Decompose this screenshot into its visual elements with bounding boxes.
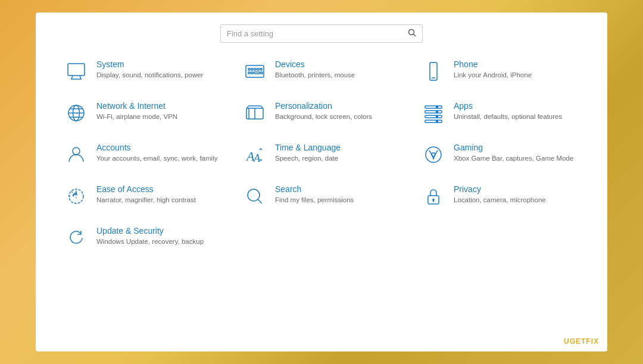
setting-title-gaming: Gaming (454, 143, 573, 152)
setting-desc-search: Find my files, permissions (275, 195, 354, 205)
setting-desc-devices: Bluetooth, printers, mouse (275, 70, 355, 80)
setting-title-time: Time & Language (275, 143, 341, 152)
setting-desc-phone: Link your Android, iPhone (454, 70, 532, 80)
setting-item-time[interactable]: AATime & LanguageSpeech, region, date (238, 137, 405, 172)
setting-item-privacy[interactable]: PrivacyLocation, camera, microphone (417, 178, 583, 214)
setting-desc-accounts: Your accounts, email, sync, work, family (96, 153, 217, 163)
update-icon (64, 226, 88, 250)
xbox-icon (422, 143, 445, 167)
svg-rect-14 (254, 72, 260, 74)
setting-title-phone: Phone (454, 59, 532, 69)
person-icon (64, 143, 88, 167)
svg-line-4 (80, 76, 81, 79)
setting-desc-update: Windows Update, recovery, backup (96, 237, 204, 246)
setting-item-system[interactable]: SystemDisplay, sound, notifications, pow… (60, 54, 226, 89)
setting-item-accounts[interactable]: AccountsYour accounts, email, sync, work… (60, 137, 226, 172)
svg-text:A: A (253, 152, 261, 164)
setting-item-network[interactable]: Network & InternetWi-Fi, airplane mode, … (60, 95, 226, 131)
svg-rect-36 (436, 120, 438, 123)
setting-text-update: Update & SecurityWindows Update, recover… (96, 226, 204, 246)
svg-rect-10 (257, 68, 259, 70)
setting-text-devices: DevicesBluetooth, printers, mouse (275, 59, 355, 80)
svg-point-37 (73, 148, 80, 155)
svg-rect-34 (436, 111, 438, 113)
svg-rect-11 (260, 68, 262, 70)
svg-rect-30 (425, 111, 442, 113)
phone-icon (422, 59, 445, 83)
svg-line-1 (414, 34, 416, 37)
setting-item-devices[interactable]: DevicesBluetooth, printers, mouse (238, 54, 405, 89)
setting-text-ease: Ease of AccessNarrator, magnifier, high … (96, 184, 196, 205)
settings-window: SystemDisplay, sound, notifications, pow… (36, 12, 607, 352)
ease-icon (64, 184, 88, 208)
svg-rect-12 (248, 72, 250, 74)
setting-text-search: SearchFind my files, permissions (275, 184, 354, 205)
svg-point-47 (432, 199, 435, 201)
setting-text-gaming: GamingXbox Game Bar, captures, Game Mode (454, 143, 573, 163)
setting-item-personalization[interactable]: PersonalizationBackground, lock screen, … (238, 95, 405, 131)
setting-text-apps: AppsUninstall, defaults, optional featur… (454, 101, 562, 121)
svg-rect-13 (251, 72, 253, 74)
setting-title-devices: Devices (275, 59, 355, 69)
svg-line-3 (71, 76, 73, 79)
svg-line-45 (258, 199, 262, 203)
svg-rect-35 (436, 115, 438, 118)
setting-title-search: Search (275, 184, 354, 194)
setting-title-apps: Apps (454, 101, 562, 111)
setting-desc-time: Speech, region, date (275, 153, 341, 163)
setting-item-gaming[interactable]: GamingXbox Game Bar, captures, Game Mode (417, 137, 583, 172)
setting-text-phone: PhoneLink your Android, iPhone (454, 59, 532, 80)
setting-text-privacy: PrivacyLocation, camera, microphone (454, 184, 546, 205)
setting-desc-system: Display, sound, notifications, power (96, 70, 203, 80)
svg-rect-31 (425, 115, 442, 118)
svg-point-43 (75, 195, 77, 197)
time-icon: AA (243, 143, 267, 167)
svg-point-0 (409, 30, 414, 35)
svg-point-40 (426, 147, 441, 162)
svg-rect-32 (425, 120, 442, 123)
setting-title-privacy: Privacy (454, 184, 546, 194)
setting-item-ease[interactable]: Ease of AccessNarrator, magnifier, high … (60, 178, 226, 214)
setting-text-personalization: PersonalizationBackground, lock screen, … (275, 101, 372, 121)
setting-title-ease: Ease of Access (96, 184, 196, 194)
setting-title-network: Network & Internet (96, 101, 177, 111)
search-input[interactable] (227, 29, 408, 38)
setting-desc-gaming: Xbox Game Bar, captures, Game Mode (454, 153, 573, 163)
setting-text-system: SystemDisplay, sound, notifications, pow… (96, 59, 203, 80)
svg-rect-9 (254, 68, 256, 70)
setting-desc-privacy: Location, camera, microphone (454, 195, 546, 205)
search-icon (408, 29, 416, 39)
setting-item-update[interactable]: Update & SecurityWindows Update, recover… (60, 220, 226, 256)
svg-rect-8 (251, 68, 253, 70)
watermark: UGETFIX (564, 337, 599, 346)
apps-icon (422, 101, 445, 125)
lock-icon (422, 184, 445, 208)
palette-icon (243, 101, 267, 125)
setting-title-accounts: Accounts (96, 143, 217, 152)
setting-text-network: Network & InternetWi-Fi, airplane mode, … (96, 101, 177, 121)
setting-item-apps[interactable]: AppsUninstall, defaults, optional featur… (417, 95, 583, 131)
setting-desc-network: Wi-Fi, airplane mode, VPN (96, 112, 177, 121)
search-icon (243, 184, 267, 208)
setting-text-time: Time & LanguageSpeech, region, date (275, 143, 341, 163)
setting-item-phone[interactable]: PhoneLink your Android, iPhone (417, 54, 583, 89)
svg-rect-15 (261, 72, 263, 74)
setting-title-update: Update & Security (96, 226, 204, 236)
svg-rect-7 (248, 68, 250, 70)
settings-grid: SystemDisplay, sound, notifications, pow… (60, 54, 583, 256)
keyboard-icon (243, 59, 267, 83)
setting-desc-apps: Uninstall, defaults, optional features (454, 112, 562, 121)
setting-item-search[interactable]: SearchFind my files, permissions (238, 178, 405, 214)
globe-icon (64, 101, 88, 125)
monitor-icon (64, 59, 88, 83)
setting-desc-ease: Narrator, magnifier, high contrast (96, 195, 196, 205)
setting-desc-personalization: Background, lock screen, colors (275, 112, 372, 121)
search-bar[interactable] (220, 24, 423, 43)
svg-rect-2 (68, 64, 85, 76)
svg-rect-6 (246, 65, 264, 77)
svg-rect-29 (425, 106, 442, 108)
setting-title-system: System (96, 59, 203, 69)
setting-text-accounts: AccountsYour accounts, email, sync, work… (96, 143, 217, 163)
setting-title-personalization: Personalization (275, 101, 372, 111)
svg-rect-33 (436, 106, 438, 108)
